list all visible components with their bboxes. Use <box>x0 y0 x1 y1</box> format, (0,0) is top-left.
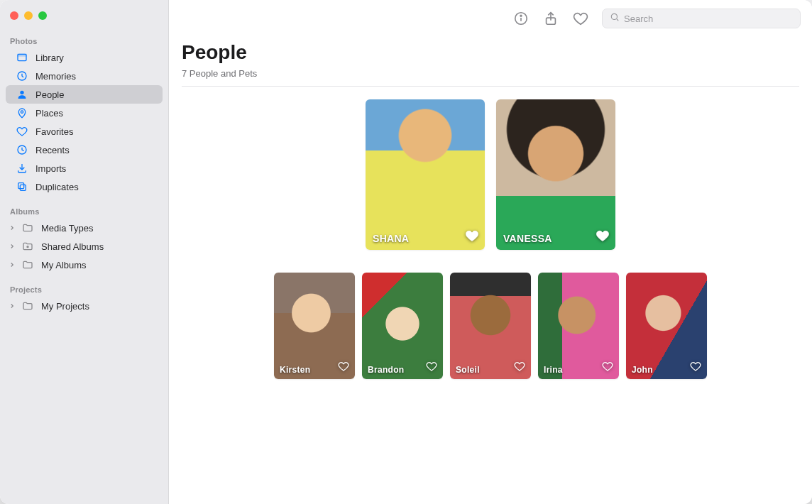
person-name: Soleil <box>456 365 480 375</box>
person-name: Kirsten <box>280 365 310 375</box>
sidebar-item-label: My Albums <box>41 260 87 270</box>
favorite-toggle[interactable] <box>426 361 437 375</box>
imports-icon <box>16 163 28 174</box>
sidebar-item-places[interactable]: Places <box>6 104 163 122</box>
main-content: People 7 People and Pets SHANA VANESSA <box>169 0 812 504</box>
zoom-window-button[interactable] <box>38 11 47 20</box>
person-name: SHANA <box>373 233 409 244</box>
minimize-window-button[interactable] <box>24 11 33 20</box>
svg-point-4 <box>21 111 23 113</box>
chevron-right-icon[interactable] <box>9 241 16 252</box>
people-icon <box>16 89 28 100</box>
folder-icon <box>21 222 34 234</box>
person-photo <box>366 99 485 250</box>
person-card[interactable]: SHANA <box>366 99 485 250</box>
favorite-toggle[interactable] <box>602 361 613 375</box>
sidebar-item-my-albums[interactable]: My Albums <box>6 256 163 274</box>
person-card[interactable]: John <box>626 273 707 379</box>
search-field[interactable] <box>602 9 801 28</box>
person-card[interactable]: Irina <box>538 273 619 379</box>
sidebar-item-label: Places <box>35 108 63 119</box>
sidebar-item-label: Duplicates <box>35 182 79 192</box>
sidebar-section-header: Projects <box>0 281 168 297</box>
sidebar-section-header: Albums <box>0 203 168 219</box>
sidebar-item-media-types[interactable]: Media Types <box>6 219 163 237</box>
sidebar-item-my-projects[interactable]: My Projects <box>6 297 163 315</box>
svg-rect-1 <box>18 54 26 56</box>
search-icon <box>610 12 620 25</box>
share-button[interactable] <box>542 10 559 27</box>
sidebar-section-header: Photos <box>0 33 168 48</box>
svg-rect-7 <box>18 183 24 189</box>
shared-folder-icon <box>21 241 34 252</box>
sidebar-item-label: Memories <box>35 71 76 82</box>
favorite-button[interactable] <box>572 10 589 27</box>
svg-point-11 <box>520 15 522 16</box>
svg-rect-6 <box>20 185 26 190</box>
people-row: Kirsten Brandon Soleil <box>182 273 799 379</box>
sidebar-item-label: My Projects <box>41 301 89 312</box>
sidebar-item-label: People <box>35 89 64 100</box>
sidebar-item-label: Favorites <box>35 126 73 137</box>
sidebar: Photos Library Memories People Places <box>0 0 169 504</box>
sidebar-item-duplicates[interactable]: Duplicates <box>6 177 163 196</box>
favorite-toggle[interactable] <box>690 361 701 375</box>
person-card[interactable]: Kirsten <box>274 273 355 379</box>
favorites-icon <box>16 126 28 137</box>
folder-icon <box>21 259 34 270</box>
svg-point-8 <box>27 246 28 248</box>
app-window: Photos Library Memories People Places <box>0 0 812 504</box>
sidebar-item-label: Imports <box>35 163 66 174</box>
sidebar-item-people[interactable]: People <box>6 85 163 104</box>
svg-line-14 <box>617 19 619 21</box>
person-card[interactable]: Brandon <box>362 273 443 379</box>
person-name: Irina <box>544 365 563 375</box>
chevron-right-icon[interactable] <box>9 223 16 234</box>
sidebar-item-memories[interactable]: Memories <box>6 67 163 85</box>
person-photo <box>496 99 615 250</box>
memories-icon <box>16 70 28 82</box>
folder-icon <box>21 300 34 312</box>
person-card[interactable]: Soleil <box>450 273 531 379</box>
info-button[interactable] <box>512 10 530 27</box>
sidebar-item-recents[interactable]: Recents <box>6 141 163 159</box>
content-area: People 7 People and Pets SHANA VANESSA <box>169 37 812 504</box>
favorite-toggle[interactable] <box>338 361 349 375</box>
sidebar-item-imports[interactable]: Imports <box>6 159 163 177</box>
svg-point-3 <box>20 91 23 94</box>
chevron-right-icon[interactable] <box>9 301 16 312</box>
places-icon <box>16 107 28 119</box>
page-title: People <box>182 41 799 64</box>
person-card[interactable]: VANESSA <box>496 99 615 250</box>
person-name: John <box>632 365 653 375</box>
person-name: Brandon <box>368 365 404 375</box>
chevron-right-icon[interactable] <box>9 260 16 270</box>
svg-point-13 <box>611 13 617 19</box>
favorite-toggle[interactable] <box>596 229 610 246</box>
sidebar-item-library[interactable]: Library <box>6 48 163 67</box>
toolbar <box>169 0 812 37</box>
window-controls <box>0 6 168 33</box>
library-icon <box>16 52 28 63</box>
sidebar-item-label: Media Types <box>41 223 93 234</box>
search-input[interactable] <box>624 13 793 24</box>
sidebar-item-label: Recents <box>35 145 70 155</box>
favorite-toggle[interactable] <box>514 361 525 375</box>
favorites-row: SHANA VANESSA <box>182 99 799 250</box>
sidebar-item-label: Shared Albums <box>41 241 104 252</box>
duplicates-icon <box>16 181 28 192</box>
close-window-button[interactable] <box>10 11 18 20</box>
sidebar-item-favorites[interactable]: Favorites <box>6 122 163 141</box>
page-subtitle: 7 People and Pets <box>182 68 799 87</box>
person-name: VANESSA <box>503 233 552 244</box>
recents-icon <box>16 144 28 155</box>
sidebar-item-shared-albums[interactable]: Shared Albums <box>6 237 163 256</box>
sidebar-item-label: Library <box>35 53 64 63</box>
favorite-toggle[interactable] <box>465 229 479 246</box>
